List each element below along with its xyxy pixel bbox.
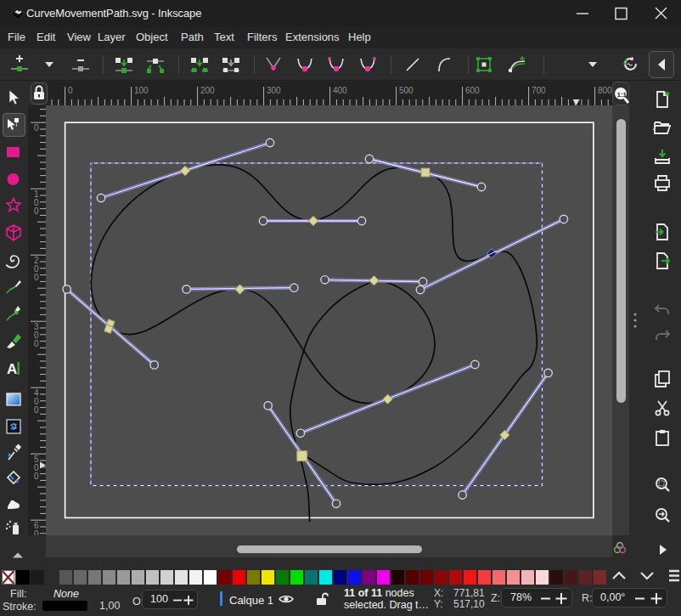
svg-text:A: A — [7, 361, 17, 377]
svg-text:400: 400 — [333, 86, 347, 95]
svg-text:0: 0 — [34, 273, 39, 282]
svg-text:500: 500 — [399, 86, 414, 95]
svg-text:800: 800 — [598, 86, 612, 95]
svg-text:0: 0 — [34, 339, 39, 348]
svg-text:100: 100 — [134, 86, 149, 95]
svg-text:0: 0 — [68, 86, 73, 95]
svg-text:0: 0 — [34, 123, 39, 133]
svg-text:0: 0 — [34, 472, 39, 481]
svg-text:0: 0 — [34, 405, 39, 415]
svg-text:1:1: 1:1 — [617, 91, 628, 99]
svg-text:700: 700 — [532, 86, 546, 95]
svg-text:300: 300 — [267, 86, 281, 95]
svg-text:600: 600 — [465, 86, 480, 95]
svg-text:0: 0 — [34, 529, 39, 535]
svg-text:0: 0 — [34, 206, 39, 216]
svg-text:200: 200 — [200, 86, 215, 95]
